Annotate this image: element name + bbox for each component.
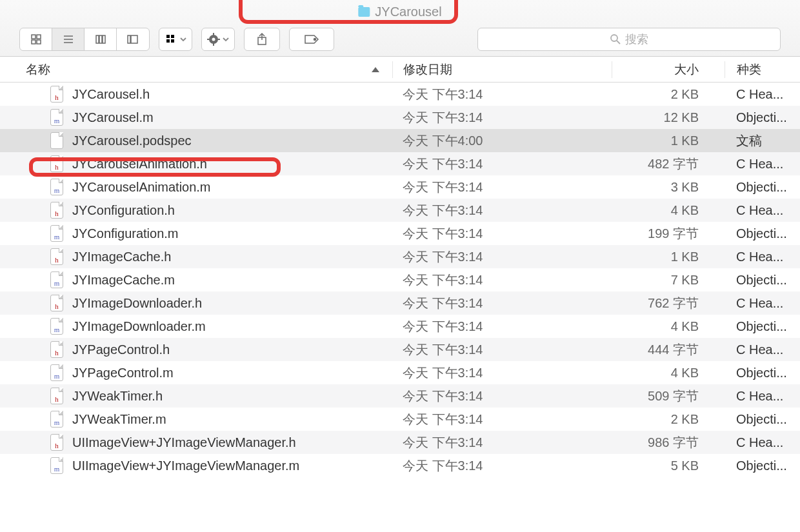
svg-line-26 (617, 41, 620, 44)
file-kind: Objecti... (725, 319, 800, 334)
file-row[interactable]: hJYCarouselAnimation.h今天 下午3:14482 字节C H… (0, 152, 800, 175)
svg-rect-18 (213, 33, 214, 35)
file-size: 199 字节 (612, 225, 725, 242)
file-icon: h (50, 155, 63, 172)
svg-rect-8 (99, 35, 102, 43)
file-name: JYConfiguration.h (72, 203, 175, 218)
file-row[interactable]: mJYCarousel.m今天 下午3:1412 KBObjecti... (0, 106, 800, 129)
file-icon: m (50, 109, 63, 126)
file-size: 12 KB (612, 110, 725, 125)
file-row[interactable]: mJYPageControl.m今天 下午3:144 KBObjecti... (0, 361, 800, 384)
sort-ascending-icon (372, 67, 379, 72)
file-size: 4 KB (612, 203, 725, 218)
file-size: 2 KB (612, 412, 725, 427)
svg-rect-10 (128, 35, 130, 43)
file-size: 1 KB (612, 133, 725, 148)
file-date: 今天 下午3:14 (392, 388, 612, 405)
file-name: JYPageControl.h (72, 342, 170, 357)
file-date: 今天 下午3:14 (392, 434, 612, 451)
file-date: 今天 下午3:14 (392, 109, 612, 126)
file-kind: Objecti... (725, 226, 800, 241)
svg-rect-14 (166, 39, 170, 43)
file-row[interactable]: mJYCarouselAnimation.m今天 下午3:143 KBObjec… (0, 175, 800, 199)
column-header-date[interactable]: 修改日期 (392, 61, 612, 78)
svg-rect-11 (131, 35, 137, 43)
column-header-name[interactable]: 名称 (0, 61, 392, 78)
file-row[interactable]: hJYConfiguration.h今天 下午3:144 KBC Hea... (0, 199, 800, 222)
file-icon: m (50, 411, 63, 428)
column-header-size[interactable]: 大小 (612, 61, 725, 78)
file-row[interactable]: hJYWeakTimer.h今天 下午3:14509 字节C Hea... (0, 384, 800, 408)
svg-rect-1 (37, 35, 41, 39)
action-dropdown[interactable] (201, 28, 235, 51)
svg-rect-13 (171, 35, 174, 38)
file-icon: m (50, 225, 63, 242)
file-name: JYImageDownloader.h (72, 296, 202, 311)
file-row[interactable]: mUIImageView+JYImageViewManager.m今天 下午3:… (0, 454, 800, 477)
file-date: 今天 下午4:00 (392, 132, 612, 150)
file-date: 今天 下午3:14 (392, 202, 612, 219)
file-kind: C Hea... (725, 203, 800, 218)
file-kind: C Hea... (725, 296, 800, 311)
file-row[interactable]: mJYConfiguration.m今天 下午3:14199 字节Objecti… (0, 222, 800, 245)
svg-rect-20 (207, 39, 210, 40)
file-date: 今天 下午3:14 (392, 457, 612, 475)
file-name: JYCarousel.podspec (72, 133, 192, 148)
file-kind: C Hea... (725, 389, 800, 404)
column-headers: 名称 修改日期 大小 种类 (0, 57, 800, 83)
file-row[interactable]: hJYImageCache.h今天 下午3:141 KBC Hea... (0, 245, 800, 268)
file-row[interactable]: hJYImageDownloader.h今天 下午3:14762 字节C Hea… (0, 291, 800, 315)
file-icon: h (50, 341, 63, 358)
file-row[interactable]: JYCarousel.podspec今天 下午4:001 KB文稿 (0, 129, 800, 152)
file-name: JYCarousel.m (72, 110, 154, 125)
file-size: 444 字节 (612, 341, 725, 359)
file-name: JYImageCache.h (72, 250, 171, 264)
file-kind: Objecti... (725, 458, 800, 473)
file-row[interactable]: hUIImageView+JYImageViewManager.h今天 下午3:… (0, 431, 800, 454)
svg-point-17 (212, 38, 215, 41)
file-icon: m (50, 318, 63, 335)
file-name: UIImageView+JYImageViewManager.h (72, 435, 296, 450)
file-date: 今天 下午3:14 (392, 271, 612, 289)
file-date: 今天 下午3:14 (392, 155, 612, 173)
folder-icon (358, 7, 370, 17)
chevron-down-icon (180, 37, 186, 42)
toolbar: JYCarousel (0, 0, 800, 57)
svg-rect-7 (96, 35, 99, 43)
chevron-down-icon (223, 37, 229, 42)
file-size: 5 KB (612, 458, 725, 473)
file-row[interactable]: mJYWeakTimer.m今天 下午3:142 KBObjecti... (0, 408, 800, 431)
tags-button[interactable] (289, 28, 334, 51)
file-date: 今天 下午3:14 (392, 295, 612, 312)
file-kind: Objecti... (725, 110, 800, 125)
view-gallery-button[interactable] (117, 28, 149, 50)
arrange-dropdown[interactable] (159, 28, 192, 51)
file-icon: h (50, 86, 63, 103)
column-header-kind[interactable]: 种类 (725, 61, 800, 78)
view-icons-button[interactable] (20, 28, 52, 50)
file-row[interactable]: hJYCarousel.h今天 下午3:142 KBC Hea... (0, 83, 800, 106)
svg-point-25 (611, 35, 617, 41)
file-name: JYImageDownloader.m (72, 319, 206, 334)
file-icon: h (50, 295, 63, 311)
share-button[interactable] (244, 28, 280, 51)
file-date: 今天 下午3:14 (392, 86, 612, 103)
file-row[interactable]: mJYImageDownloader.m今天 下午3:144 KBObjecti… (0, 315, 800, 338)
file-kind: C Hea... (725, 87, 800, 102)
file-date: 今天 下午3:14 (392, 364, 612, 382)
file-name: JYCarouselAnimation.m (72, 180, 211, 195)
svg-rect-0 (32, 35, 35, 39)
file-size: 762 字节 (612, 295, 725, 312)
file-date: 今天 下午3:14 (392, 179, 612, 196)
file-row[interactable]: mJYImageCache.m今天 下午3:147 KBObjecti... (0, 268, 800, 291)
view-columns-button[interactable] (85, 28, 117, 50)
file-size: 986 字节 (612, 434, 725, 451)
file-icon: h (50, 388, 63, 404)
view-list-button[interactable] (52, 28, 85, 50)
file-date: 今天 下午3:14 (392, 248, 612, 266)
file-icon: h (50, 202, 63, 219)
file-icon: h (50, 248, 63, 265)
file-row[interactable]: hJYPageControl.h今天 下午3:14444 字节C Hea... (0, 338, 800, 361)
search-input[interactable]: 搜索 (477, 28, 781, 51)
file-size: 7 KB (612, 273, 725, 288)
